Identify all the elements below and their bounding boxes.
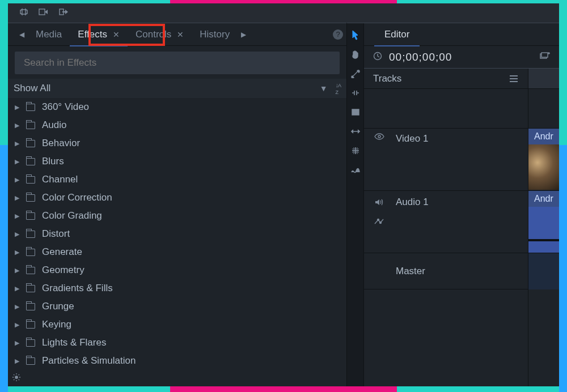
visibility-icon[interactable] — [373, 133, 386, 140]
tracks-label: Tracks — [373, 73, 401, 84]
effects-folder[interactable]: ▶Geometry — [8, 261, 343, 279]
tab-effects[interactable]: Effects✕ — [70, 23, 128, 46]
effects-folder[interactable]: ▶Color Correction — [8, 189, 343, 207]
folder-label: Generate — [42, 246, 82, 258]
chevron-right-icon: ▶ — [15, 176, 19, 184]
track-lane[interactable] — [528, 89, 559, 129]
folder-icon — [26, 176, 35, 184]
slice-tool-icon[interactable] — [350, 69, 361, 79]
hand-tool-icon[interactable] — [350, 49, 361, 59]
master-lane[interactable] — [528, 253, 559, 289]
effects-folder[interactable]: ▶Color Grading — [8, 207, 343, 225]
effects-folder[interactable]: ▶Audio — [8, 116, 343, 134]
svg-point-8 — [378, 219, 379, 221]
folder-label: Particles & Simulation — [42, 355, 136, 367]
folder-label: Color Grading — [42, 210, 102, 221]
tab-label: Editor — [384, 29, 409, 40]
rate-tool-icon[interactable] — [350, 165, 361, 175]
help-icon[interactable]: ? — [333, 29, 343, 40]
filter-dropdown[interactable]: Show All ▼ ↓AZ — [8, 79, 346, 98]
folder-icon — [26, 122, 35, 129]
audio-waveform — [528, 207, 559, 239]
close-icon[interactable]: ✕ — [177, 30, 184, 39]
folder-label: Lights & Flares — [42, 337, 106, 348]
speaker-icon[interactable] — [373, 198, 386, 206]
folder-label: Behavior — [42, 138, 80, 149]
chevron-right-icon: ▶ — [15, 249, 19, 256]
effects-folder[interactable]: ▶Behavior — [8, 134, 343, 152]
audio-track-header[interactable]: Audio 1 — [364, 191, 528, 253]
folder-icon — [26, 339, 35, 347]
tab-media[interactable]: Media — [28, 23, 70, 46]
effects-folder[interactable]: ▶Distort — [8, 225, 343, 243]
editor-toolstrip — [347, 23, 364, 386]
video-track-header[interactable]: Video 1 — [364, 129, 528, 191]
folder-icon — [26, 303, 35, 310]
tab-nav-next-icon[interactable]: ▶ — [238, 31, 249, 39]
snap-tool-icon[interactable] — [350, 88, 361, 98]
search-input[interactable] — [23, 57, 332, 69]
tab-controls[interactable]: Controls✕ — [128, 23, 192, 46]
svg-point-7 — [378, 135, 380, 138]
audio-waveform — [528, 241, 559, 253]
video-clip[interactable]: Andr — [528, 129, 559, 144]
track-spacer — [364, 89, 528, 129]
editor: Editor 00;00;00;00 Tracks — [364, 23, 559, 386]
close-icon[interactable]: ✕ — [113, 30, 120, 39]
folder-label: Color Correction — [42, 192, 112, 203]
tab-label: History — [200, 29, 230, 40]
chevron-right-icon: ▶ — [15, 267, 19, 274]
folder-label: Distort — [42, 228, 70, 240]
chevron-right-icon: ▶ — [15, 231, 19, 238]
timecode[interactable]: 00;00;00;00 — [389, 51, 452, 63]
tab-nav-prev-icon[interactable]: ◀ — [16, 31, 28, 39]
effects-folder[interactable]: ▶Lights & Flares — [8, 334, 343, 352]
video-thumbnail — [528, 144, 559, 190]
folder-icon — [26, 194, 35, 202]
tab-history[interactable]: History — [192, 23, 238, 46]
selection-tool-icon[interactable] — [350, 30, 361, 40]
effects-folder[interactable]: ▶Keying — [8, 316, 343, 334]
folder-icon — [26, 104, 35, 111]
folder-icon — [26, 158, 35, 165]
effects-folder[interactable]: ▶Generate — [8, 243, 343, 261]
loop-icon[interactable] — [19, 7, 28, 19]
chevron-right-icon: ▶ — [15, 122, 19, 129]
layout-tool-icon[interactable] — [350, 107, 361, 117]
audio-clip[interactable]: Andr — [528, 191, 559, 207]
clip-label: Andr — [534, 131, 553, 142]
chevron-right-icon: ▶ — [15, 285, 19, 292]
search-input-wrap[interactable] — [15, 52, 340, 74]
editor-tabs: Editor — [364, 23, 559, 46]
audio-lane[interactable]: Andr — [528, 191, 559, 253]
grid-tool-icon[interactable] — [350, 146, 361, 156]
app-window: ◀ Media Effects✕ Controls✕ History ▶ ? S… — [8, 3, 559, 386]
time-ruler[interactable] — [528, 69, 559, 89]
sort-az-icon[interactable]: ↓AZ — [335, 82, 341, 95]
effects-folder[interactable]: ▶Gradients & Fills — [8, 279, 343, 297]
decor-stripe — [0, 145, 8, 392]
keyframe-icon[interactable] — [373, 218, 386, 225]
chevron-right-icon: ▶ — [15, 194, 19, 202]
master-track-header[interactable]: Master — [364, 253, 528, 289]
export-icon[interactable] — [39, 8, 49, 18]
track-lanes[interactable]: Andr Andr — [528, 69, 559, 386]
track-headers: Tracks Video 1 Audio 1 — [364, 69, 528, 386]
filter-label: Show All — [14, 83, 50, 94]
menu-icon[interactable] — [510, 75, 518, 82]
add-track-icon[interactable] — [540, 52, 550, 63]
chevron-right-icon: ▶ — [15, 357, 19, 365]
effects-tree[interactable]: ▶360° Video▶Audio▶Behavior▶Blurs▶Channel… — [8, 98, 346, 386]
effects-folder[interactable]: ▶360° Video — [8, 98, 343, 116]
effects-folder[interactable]: ▶Channel — [8, 171, 343, 189]
chevron-right-icon: ▶ — [15, 104, 19, 111]
stretch-tool-icon[interactable] — [350, 126, 361, 137]
video-lane[interactable]: Andr — [528, 129, 559, 191]
tab-editor[interactable]: Editor — [374, 23, 420, 46]
effects-folder[interactable]: ▶Blurs — [8, 152, 343, 171]
effects-folder[interactable]: ▶Grunge — [8, 297, 343, 316]
share-icon[interactable] — [59, 8, 69, 18]
settings-icon[interactable] — [8, 373, 25, 382]
chevron-right-icon: ▶ — [15, 158, 19, 165]
effects-folder[interactable]: ▶Particles & Simulation — [8, 352, 343, 370]
